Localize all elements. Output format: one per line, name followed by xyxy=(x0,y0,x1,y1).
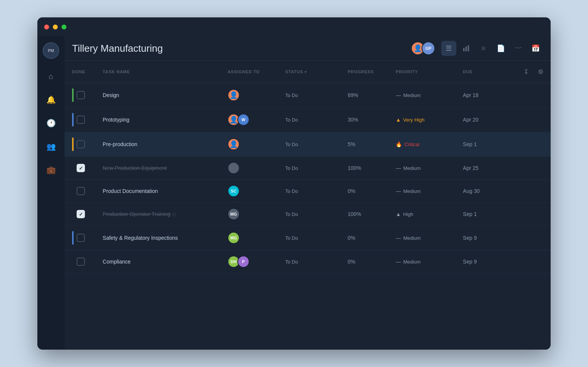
settings-icon-button[interactable]: ⚙ xyxy=(535,66,546,77)
view-waveform-button[interactable]: 〰 xyxy=(511,41,526,56)
status-badge: To Do xyxy=(285,165,298,171)
cell-status: To Do xyxy=(281,83,343,108)
svg-rect-0 xyxy=(463,48,465,51)
sidebar-item-portfolio[interactable]: 💼 xyxy=(43,162,59,178)
task-checkbox[interactable] xyxy=(77,210,85,218)
due-date-label: Apr 20 xyxy=(463,117,479,123)
svg-rect-2 xyxy=(468,45,469,51)
cell-done xyxy=(65,180,98,203)
task-name-label[interactable]: Pre-production xyxy=(103,141,137,147)
view-list-button[interactable]: ☰ xyxy=(441,41,456,56)
cell-assigned: MG xyxy=(223,203,281,226)
titlebar xyxy=(37,17,551,36)
priority-icon: ▲ xyxy=(396,117,401,123)
assigned-avatars: 👤 xyxy=(228,138,276,150)
cell-status: To Do xyxy=(281,203,343,226)
cell-progress: 0% xyxy=(343,250,391,273)
table-row: Design👤To Do69%—MediumApr 18 xyxy=(65,83,551,108)
task-name-label[interactable]: Compliance xyxy=(103,259,131,265)
priority-label: High xyxy=(403,211,413,217)
task-checkbox[interactable] xyxy=(77,91,85,99)
view-calendar-button[interactable]: 📅 xyxy=(528,41,543,56)
view-document-button[interactable]: 📄 xyxy=(493,41,508,56)
cell-done xyxy=(65,83,98,108)
progress-label: 0% xyxy=(348,188,355,194)
assigned-avatars: MG xyxy=(228,232,276,244)
table-body: Design👤To Do69%—MediumApr 18Prototyping👤… xyxy=(65,83,551,273)
done-cell xyxy=(72,258,94,266)
task-checkbox[interactable] xyxy=(77,116,85,124)
assigned-avatars: DHP xyxy=(228,256,276,268)
priority-icon: — xyxy=(396,92,401,98)
maximize-button[interactable] xyxy=(62,25,66,29)
cell-progress: 30% xyxy=(343,108,391,132)
priority-label: Medium xyxy=(403,93,420,98)
sidebar: PM ⌂ 🔔 🕐 👥 💼 xyxy=(37,36,65,350)
sidebar-item-notifications[interactable]: 🔔 xyxy=(43,91,59,108)
priority-icon: — xyxy=(396,165,401,171)
task-checkbox[interactable] xyxy=(77,140,85,148)
cell-priority: —Medium xyxy=(391,180,458,203)
cell-status: To Do xyxy=(281,250,343,273)
th-priority: PRIORITY xyxy=(391,61,458,83)
sort-icon-button[interactable]: ↧ xyxy=(520,66,532,77)
done-cell xyxy=(72,210,94,218)
sidebar-item-history[interactable]: 🕐 xyxy=(43,115,59,131)
priority-label: Medium xyxy=(403,259,420,265)
task-name-label[interactable]: Product Documentation xyxy=(103,188,158,194)
avatar-stack: 👤 GP xyxy=(411,42,435,55)
cell-done xyxy=(65,226,98,250)
cell-assigned: 👤 xyxy=(223,132,281,157)
cell-task-name: Product Documentation xyxy=(98,180,223,203)
cell-done xyxy=(65,108,98,132)
task-name-label[interactable]: New Production Equipment xyxy=(103,165,167,171)
task-name-label[interactable]: Safety & Regulatory Inspections xyxy=(103,235,178,241)
task-checkbox[interactable] xyxy=(77,234,85,242)
task-name-label[interactable]: Design xyxy=(103,92,119,98)
task-checkbox[interactable] xyxy=(77,164,85,172)
status-badge: To Do xyxy=(285,259,298,265)
view-filter-button[interactable]: ≡ xyxy=(476,41,491,56)
th-status[interactable]: STATUS ▾ xyxy=(281,61,343,83)
table-container[interactable]: DONE TASK NAME ASSIGNED TO STATUS xyxy=(65,61,551,350)
due-date-label: Sep 9 xyxy=(463,235,477,241)
priority-label: Medium xyxy=(403,165,420,171)
cell-task-name: Design xyxy=(98,83,223,108)
svg-rect-1 xyxy=(465,46,467,51)
sidebar-item-team[interactable]: 👥 xyxy=(43,138,59,155)
assignee-avatar: SC xyxy=(228,185,240,197)
sidebar-item-home[interactable]: ⌂ xyxy=(43,68,59,85)
th-done: DONE xyxy=(65,61,98,83)
cell-assigned: DHP xyxy=(223,250,281,273)
due-date-label: Sep 1 xyxy=(463,141,477,147)
progress-label: 0% xyxy=(348,259,355,265)
minimize-button[interactable] xyxy=(53,25,58,29)
priority-icon: ▲ xyxy=(396,211,401,217)
close-button[interactable] xyxy=(44,25,49,29)
top-bar: Tillery Manufacturing 👤 GP ☰ ≡ xyxy=(65,36,551,61)
diamond-icon: ◇ xyxy=(171,211,176,217)
main-content: Tillery Manufacturing 👤 GP ☰ ≡ xyxy=(65,36,551,350)
table-row: Product DocumentationSCTo Do0%—MediumAug… xyxy=(65,180,551,203)
row-marker xyxy=(72,113,74,126)
status-badge: To Do xyxy=(285,188,298,194)
cell-done xyxy=(65,203,98,226)
priority-indicator: 🔥Critical xyxy=(396,141,454,147)
cell-done xyxy=(65,157,98,180)
priority-indicator: —Medium xyxy=(396,165,454,171)
view-chart-button[interactable] xyxy=(459,41,474,56)
assigned-avatars: MG xyxy=(228,208,276,220)
cell-actions xyxy=(506,203,551,226)
status-badge: To Do xyxy=(285,117,298,123)
progress-label: 5% xyxy=(348,141,355,147)
task-checkbox[interactable] xyxy=(77,187,85,195)
app-window: PM ⌂ 🔔 🕐 👥 💼 Tillery Manufacturing 👤 GP … xyxy=(37,17,551,350)
cell-due: Aug 30 xyxy=(459,180,506,203)
logo-button[interactable]: PM xyxy=(43,42,59,59)
task-name-label[interactable]: Prototyping xyxy=(103,117,129,123)
status-sort[interactable]: STATUS ▾ xyxy=(285,69,339,74)
task-checkbox[interactable] xyxy=(77,258,85,266)
priority-label: Medium xyxy=(403,235,420,241)
task-name-label[interactable]: Production Operator Training xyxy=(103,211,171,217)
row-marker xyxy=(72,231,74,245)
